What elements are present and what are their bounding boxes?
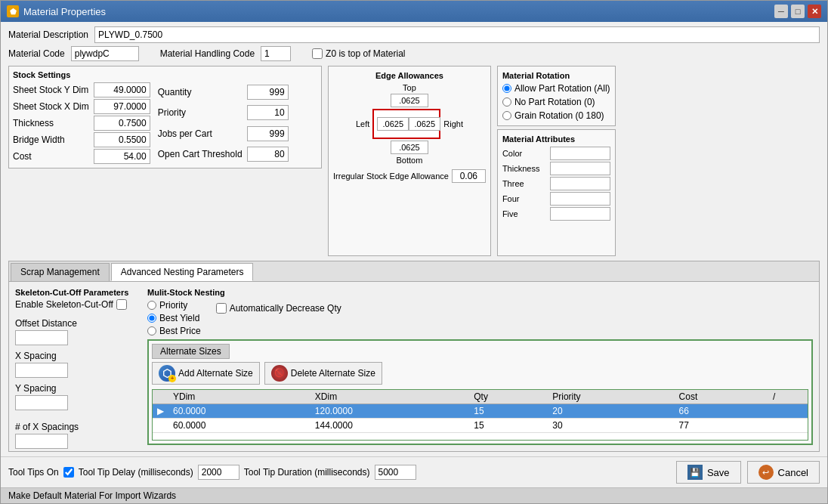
best-price-radio[interactable]	[147, 326, 156, 335]
app-icon: ⬟	[7, 5, 19, 17]
edge-left-input[interactable]	[377, 117, 409, 131]
best-price-label: Best Price	[159, 326, 201, 336]
auto-decrease-label: Automatically Decrease Qty	[230, 303, 341, 314]
three-input[interactable]	[550, 177, 610, 190]
row-arrow	[153, 418, 168, 432]
color-input[interactable]	[550, 147, 610, 160]
row-priority: 20	[548, 404, 674, 418]
enable-skeleton-checkbox[interactable]	[116, 299, 127, 310]
three-label: Three	[502, 179, 545, 188]
tooltip-on-checkbox[interactable]	[63, 467, 74, 478]
y-spacing-input[interactable]	[15, 395, 68, 410]
auto-decrease-checkbox[interactable]	[216, 303, 227, 314]
enable-skeleton-label: Enable Skeleton-Cut-Off	[15, 299, 113, 310]
material-description-input[interactable]	[94, 26, 820, 43]
thickness-attrib-input[interactable]	[550, 162, 610, 175]
row-extra	[768, 418, 808, 432]
alternate-sizes-tab[interactable]: Alternate Sizes	[152, 344, 230, 359]
delete-alternate-button[interactable]: 🚫 Delete Alternate Size	[264, 362, 382, 385]
main-window: ⬟ Material Properties ─ □ ✕ Material Des…	[0, 0, 828, 504]
minimize-button[interactable]: ─	[774, 5, 788, 18]
z0-checkbox[interactable]	[312, 48, 323, 59]
add-btn-label: Add Alternate Size	[178, 368, 253, 379]
five-label: Five	[502, 209, 545, 218]
edge-top-input[interactable]	[391, 94, 428, 107]
tab-advanced[interactable]: Advanced Nesting Parameters	[111, 263, 254, 281]
close-button[interactable]: ✕	[808, 5, 821, 18]
allow-rotation-label: Allow Part Rotation (All)	[514, 83, 610, 94]
bottom-label: Bottom	[333, 156, 486, 165]
col-priority: Priority	[548, 390, 674, 404]
delete-btn-label: Delete Alternate Size	[291, 368, 375, 379]
tab-scrap[interactable]: Scrap Management	[11, 263, 110, 281]
sheet-y-label: Sheet Stock Y Dim	[13, 85, 89, 95]
allow-rotation-radio[interactable]	[502, 84, 511, 93]
add-icon: + ⬡	[159, 365, 175, 382]
priority-input[interactable]	[247, 105, 289, 120]
maximize-button[interactable]: □	[791, 5, 805, 18]
quantity-label: Quantity	[158, 87, 243, 97]
irregular-input[interactable]	[452, 169, 486, 183]
material-rotation-title: Material Rotation	[502, 71, 610, 80]
material-code-input[interactable]	[71, 46, 139, 61]
bridge-width-label: Bridge Width	[13, 135, 89, 145]
cancel-label: Cancel	[778, 467, 808, 478]
sheet-x-input[interactable]	[94, 99, 150, 114]
quantity-input[interactable]	[247, 85, 289, 100]
tooltip-delay-label: Tool Tip Delay (milliseconds)	[79, 467, 193, 478]
jobs-per-cart-input[interactable]	[247, 126, 289, 141]
x-spacing-input[interactable]	[15, 363, 68, 378]
open-cart-input[interactable]	[247, 147, 289, 162]
offset-distance-input[interactable]	[15, 330, 68, 345]
no-rotation-radio[interactable]	[502, 97, 511, 107]
thickness-input[interactable]	[94, 116, 150, 131]
table-row[interactable]: ▶ 60.0000 120.0000 15 20 66	[153, 404, 808, 418]
window-controls: ─ □ ✕	[774, 5, 821, 18]
col-xdim: XDim	[310, 390, 469, 404]
cost-input[interactable]	[94, 149, 150, 164]
tooltip-bar: Tool Tips On Tool Tip Delay (millisecond…	[8, 465, 416, 480]
tooltip-delay-input[interactable]	[198, 465, 239, 480]
col-extra: /	[768, 390, 808, 404]
cost-label: Cost	[13, 151, 89, 162]
row-cost: 66	[675, 404, 768, 418]
add-alternate-button[interactable]: + ⬡ Add Alternate Size	[152, 362, 260, 385]
left-label: Left	[356, 119, 369, 128]
tooltip-duration-label: Tool Tip Duration (milliseconds)	[244, 467, 370, 478]
edge-right-input[interactable]	[409, 117, 440, 131]
jobs-per-cart-label: Jobs per Cart	[158, 128, 243, 139]
offset-distance-label: Offset Distance	[15, 318, 77, 329]
material-handling-input[interactable]	[261, 46, 291, 61]
row-xdim: 144.0000	[310, 418, 469, 432]
priority-radio[interactable]	[147, 301, 156, 310]
sheet-y-input[interactable]	[94, 82, 150, 97]
edge-allowances-title: Edge Allowances	[333, 71, 486, 80]
alternate-sizes-table-wrapper: YDim XDim Qty Priority Cost /	[152, 389, 808, 441]
x-spacing-label: X Spacing	[15, 351, 57, 361]
col-qty: Qty	[469, 390, 548, 404]
cancel-button[interactable]: ↩ Cancel	[747, 461, 820, 484]
x-spacings-count-input[interactable]	[15, 434, 68, 449]
row-xdim: 120.0000	[310, 404, 469, 418]
best-yield-radio[interactable]	[147, 314, 156, 323]
row-cost: 77	[675, 418, 768, 432]
save-button[interactable]: 💾 Save	[676, 461, 741, 484]
edge-bottom-input[interactable]	[391, 141, 428, 154]
five-input[interactable]	[550, 207, 610, 221]
x-spacings-count-label: # of X Spacings	[15, 422, 79, 432]
grain-rotation-radio[interactable]	[502, 111, 511, 120]
default-material-label: Make Default Material For Import Wizards	[8, 490, 176, 501]
color-label: Color	[502, 149, 545, 158]
bridge-width-input[interactable]	[94, 132, 150, 147]
four-input[interactable]	[550, 192, 610, 206]
table-row[interactable]: 60.0000 144.0000 15 30 77	[153, 418, 808, 432]
priority-label: Priority	[158, 107, 243, 118]
alternate-sizes-table: YDim XDim Qty Priority Cost /	[153, 390, 808, 433]
row-priority: 30	[548, 418, 674, 432]
open-cart-label: Open Cart Threshold	[158, 149, 243, 159]
thickness-label: Thickness	[13, 118, 89, 128]
material-description-label: Material Description	[8, 29, 88, 40]
row-qty: 15	[469, 418, 548, 432]
tooltip-duration-input[interactable]	[375, 465, 416, 480]
material-code-label: Material Code	[8, 48, 65, 59]
